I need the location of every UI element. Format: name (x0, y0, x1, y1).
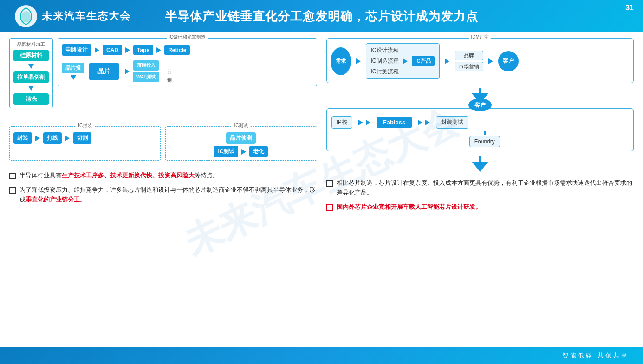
chip-mask-invest: 晶片投 (62, 63, 84, 73)
chip-aging: 老化 (249, 146, 268, 157)
right-panel: IDM厂商 需求 IC设计流程 IC制造流程 IC产品 IC封测流程 (326, 38, 634, 344)
chip-ic-test: IC测试 (214, 146, 238, 157)
bottom-diagrams: IC封装 封装 打线 切割 IC测试 晶片侦测 IC测试 老化 (9, 126, 317, 161)
header: 未来汽车生态大会 半导体产业链垂直化分工愈发明确，芯片设计成为发力点 31 (0, 0, 643, 32)
ic-mfg-flow-label: IC制造流程 (371, 57, 399, 65)
footer-text: 智能低碳 共创共享 (562, 351, 629, 360)
logo-container: 未来汽车生态大会 (14, 4, 131, 28)
brand-box: 品牌 市场营销 (455, 51, 483, 72)
ic-design-flow: 电路设计 CAD Tape Reticle (62, 44, 313, 56)
ic-product-chip: IC产品 (412, 56, 435, 66)
bullet-icon-1 (9, 173, 16, 179)
bullet-1-text: 半导体行业具有生产技术工序多、技术更新换代快、投资高风险大等特点。 (19, 171, 219, 181)
client-oval: 客户 (498, 51, 519, 72)
right-bullets: 相比芯片制造，芯片设计在复杂度、投入成本方面更具有优势，有利于企业根据市场需求快… (326, 176, 634, 218)
footer: 智能低碳 共创共享 (0, 347, 643, 364)
material-chips: 硅原材料 拉单晶切割 清洗 (13, 50, 49, 105)
chip-silicon: 硅原材料 (13, 50, 49, 61)
fabless-diagram: 客户 IP核 Fabless 封装测试 Foundry (326, 108, 634, 151)
arrow-down-2 (326, 156, 634, 172)
main-content: 晶圆材料加工 硅原材料 拉单晶切割 清洗 IC设计和光罩制造 电路设计 CAD (0, 32, 643, 347)
idm-diagram: IDM厂商 需求 IC设计流程 IC制造流程 IC产品 IC封测流程 (326, 38, 634, 83)
bullet-icon-2 (9, 187, 16, 194)
idm-inner: 需求 IC设计流程 IC制造流程 IC产品 IC封测流程 品牌 市场营销 (331, 43, 630, 79)
ic-test-label: IC测试 (232, 123, 250, 129)
left-bullets: 半导体行业具有生产技术工序多、技术更新换代快、投资高风险大等特点。 为了降低投资… (9, 169, 317, 211)
chip-wat-test: WAT测试 (133, 72, 159, 82)
header-title: 半导体产业链垂直化分工愈发明确，芯片设计成为发力点 (165, 8, 478, 25)
package-flow: 封装 打线 切割 (13, 132, 156, 144)
ip-core-chip: IP核 (331, 116, 352, 129)
package-label: IC封装 (76, 123, 94, 129)
bullet-2: 为了降低投资压力、维持竞争力，许多集芯片制造和设计与一体的芯片制造商企业不得不剥… (9, 185, 317, 205)
slide-number: 31 (625, 4, 634, 12)
logo-icon (14, 4, 38, 28)
chip-pull-crystal: 拉单晶切割 (13, 72, 49, 83)
chip-wafer-detect: 晶片侦测 (226, 132, 256, 144)
ic-design-flow-label: IC设计流程 (371, 46, 435, 54)
brand-chip: 品牌 (455, 51, 483, 60)
chip-film-invest: 薄膜投入 (133, 60, 159, 71)
idm-label: IDM厂商 (469, 34, 491, 40)
chip-cut: 切割 (73, 132, 91, 144)
material-label: 晶圆材料加工 (13, 41, 49, 48)
bullet-1: 半导体行业具有生产技术工序多、技术更新换代快、投资高风险大等特点。 (9, 171, 317, 181)
process-box: IC设计流程 IC制造流程 IC产品 IC封测流程 (366, 43, 440, 79)
packaging-chip: 封装测试 (436, 116, 468, 129)
foundry-row: Foundry (331, 131, 629, 147)
right-bullet-1: 相比芯片制造，芯片设计在复杂度、投入成本方面更具有优势，有利于企业根据市场需求快… (326, 178, 634, 198)
chip-reticle: Reticle (164, 45, 190, 55)
marketing-chip: 市场营销 (455, 62, 483, 72)
customer-oval-top: 客户 (468, 98, 492, 111)
demand-oval: 需求 (331, 47, 351, 75)
ic-design-label: IC设计和光罩制造 (167, 34, 208, 40)
foundry-chip: Foundry (469, 136, 500, 147)
chip-clean: 清洗 (13, 93, 49, 105)
chip-circuit-design: 电路设计 (62, 44, 91, 56)
chip-package: 封装 (13, 132, 32, 144)
logo-text: 未来汽车生态大会 (42, 9, 131, 23)
test-flow: 晶片侦测 IC测试 老化 (169, 132, 312, 157)
bullet-2-text: 为了降低投资压力、维持竞争力，许多集芯片制造和设计与一体的芯片制造商企业不得不剥… (19, 185, 317, 205)
chip-cad: CAD (103, 45, 122, 55)
ic-manufacture-label: IC制造 (166, 69, 172, 74)
fabless-row: IP核 Fabless 封装测试 (331, 116, 629, 129)
chip-tape: Tape (133, 45, 153, 55)
ic-package-flow-label: IC封测流程 (371, 68, 435, 76)
right-bullet-1-text: 相比芯片制造，芯片设计在复杂度、投入成本方面更具有优势，有利于企业根据市场需求快… (337, 178, 634, 198)
chip-wafer: 晶片 (89, 63, 119, 80)
right-bullet-icon-2 (326, 204, 333, 211)
fabless-chip-main: Fabless (377, 117, 412, 128)
right-bullet-2: 国内外芯片企业竞相开展车载人工智能芯片设计研发。 (326, 202, 634, 212)
left-panel: 晶圆材料加工 硅原材料 拉单晶切割 清洗 IC设计和光罩制造 电路设计 CAD (9, 38, 317, 344)
chip-wire-bond: 打线 (43, 132, 62, 144)
material-box: 晶圆材料加工 硅原材料 拉单晶切割 清洗 (9, 38, 53, 108)
right-bullet-icon-1 (326, 180, 333, 187)
right-bullet-2-text: 国内外芯片企业竞相开展车载人工智能芯片设计研发。 (337, 202, 481, 212)
